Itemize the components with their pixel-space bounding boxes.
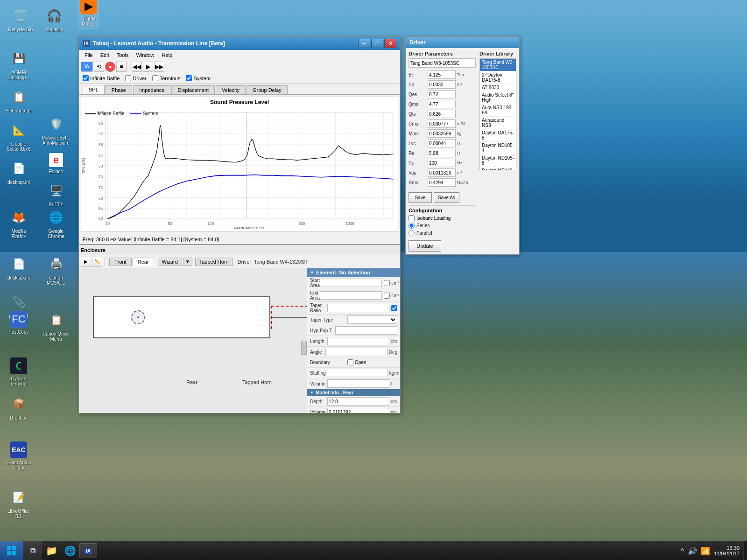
desktop-icon-moode[interactable]: ▶ JRiPBMoO...: [78, 0, 99, 29]
menu-help[interactable]: Help: [158, 51, 176, 59]
library-item-7[interactable]: Dayton ND105-8: [480, 154, 516, 167]
desktop-icon-audacity[interactable]: 🎧 Audacity: [37, 4, 71, 35]
ep-end-area-input[interactable]: [320, 291, 382, 300]
ep-end-area-checkbox[interactable]: [384, 293, 390, 299]
dp-bl-input[interactable]: [428, 70, 456, 79]
dp-qts-input[interactable]: [428, 110, 456, 118]
dp-qes-input[interactable]: [428, 90, 456, 98]
library-item-3[interactable]: Aura NS3-193-8A: [480, 104, 516, 117]
ep-taper-type-select[interactable]: [347, 315, 397, 324]
config-series-radio[interactable]: [409, 223, 415, 229]
cb-infinite-baffle-input[interactable]: [83, 75, 89, 81]
ep-start-area-checkbox[interactable]: [384, 280, 390, 286]
toolbar-btn-play[interactable]: ▶: [143, 62, 153, 72]
toolbar-btn-stop[interactable]: ■: [116, 62, 127, 72]
tray-network-icon[interactable]: 📶: [701, 546, 710, 555]
update-button[interactable]: Update: [409, 240, 441, 252]
enc-tapped-horn-btn[interactable]: Tapped Horn: [195, 258, 233, 266]
toolbar-btn-record[interactable]: ●: [105, 62, 115, 72]
ep-taper-ratio-input[interactable]: [327, 304, 389, 312]
dp-qms-input[interactable]: [428, 100, 456, 108]
ep-volume-m3-input[interactable]: [327, 408, 389, 413]
maximize-button[interactable]: □: [371, 39, 383, 48]
enc-toolbar-btn-1[interactable]: ▶: [81, 257, 91, 267]
library-item-tang-band[interactable]: Tang Band W3-1053SC: [480, 59, 516, 71]
dp-vas-input[interactable]: [428, 168, 456, 177]
desktop-icon-canon[interactable]: 🖨️ CanonMG5/U...: [37, 252, 75, 288]
taskbar-task-view[interactable]: ⧉: [23, 541, 42, 560]
library-item-1[interactable]: AT-8030: [480, 84, 516, 91]
enc-tab-rear[interactable]: Rear: [133, 258, 154, 266]
taskbar-browser[interactable]: 🌐: [61, 541, 79, 560]
resize-handle[interactable]: ⋮: [301, 341, 307, 355]
enc-wizard-btn[interactable]: Wizard: [158, 258, 182, 266]
minimize-button[interactable]: ─: [358, 39, 370, 48]
cb-terminus-input[interactable]: [152, 75, 158, 81]
ep-volume-input[interactable]: [327, 379, 389, 388]
desktop-icon-canon-quick[interactable]: 📋 Canon QuickMenu: [37, 308, 75, 344]
menu-file[interactable]: File: [81, 51, 97, 59]
desktop-icon-aomei[interactable]: 💾 AOMEIBackupp...: [0, 47, 37, 83]
dp-cms-input[interactable]: [428, 119, 456, 128]
tab-velocity[interactable]: Velocity: [216, 85, 246, 94]
ep-angle-input[interactable]: [325, 348, 388, 356]
enclosure-diagram[interactable]: Rear Tapped Horn ⋮: [79, 268, 307, 413]
desktop-icon-chrome[interactable]: 🌐 GoogleChrome: [37, 205, 75, 242]
toolbar-btn-prev[interactable]: ◀◀: [132, 62, 142, 72]
enc-wizard-dropdown[interactable]: ▼: [183, 258, 192, 266]
dp-rms-input[interactable]: [428, 178, 456, 187]
desktop-icon-cygwin[interactable]: C CygwinTerminal: [0, 355, 37, 389]
ep-boundary-checkbox[interactable]: [347, 359, 353, 365]
desktop-icon-google-sketchup[interactable]: 📐 GoogleSketchUp 8: [0, 118, 37, 154]
taskbar-start-button[interactable]: [0, 541, 23, 560]
desktop-icon-eac[interactable]: EAC Exact AudioCopy: [0, 439, 37, 473]
ep-length-input[interactable]: [327, 337, 389, 345]
desktop-icon-malwarebytes[interactable]: 🛡️ MalwareByt...Anti-Malware: [37, 112, 75, 148]
driver-library-list[interactable]: Tang Band W3-1053SC 2PDayton DA175-8 AT-…: [479, 58, 516, 170]
toolbar-btn-2[interactable]: ⟲: [94, 62, 104, 72]
ep-taper-ratio-checkbox[interactable]: [391, 305, 397, 311]
tab-group-delay[interactable]: Group Delay: [247, 85, 288, 94]
desktop-icon-dropbox[interactable]: 📦 Dropbox: [0, 392, 37, 423]
ep-hyp-exp-input[interactable]: [335, 326, 397, 335]
menu-window[interactable]: Window: [132, 51, 158, 59]
desktop-icon-sdformatter[interactable]: 📋 SDFormatter: [0, 85, 37, 116]
menu-tools[interactable]: Tools: [113, 51, 133, 59]
ep-stuffing-input[interactable]: [326, 369, 388, 377]
cb-driver-input[interactable]: [125, 75, 131, 81]
desktop-icon-recycle-bin[interactable]: 🗑️ Recycle Bin: [4, 4, 37, 35]
tab-impedance[interactable]: Impedance: [133, 85, 170, 94]
desktop-icon-fastcopy[interactable]: FC FastCopy: [0, 308, 37, 344]
desktop-icon-libreoffice[interactable]: 📝 LibreOffice5.1: [0, 485, 37, 522]
enc-tab-front[interactable]: Front: [109, 258, 132, 266]
menu-edit[interactable]: Edit: [97, 51, 113, 59]
dp-sd-input[interactable]: [428, 80, 456, 89]
taskbar-item-tabaq[interactable]: IA: [79, 543, 97, 558]
tray-speaker-icon[interactable]: 🔊: [688, 546, 697, 555]
toolbar-btn-next[interactable]: ▶▶: [154, 62, 164, 72]
toolbar-btn-1[interactable]: IA: [81, 62, 93, 72]
library-item-5[interactable]: Dayton DA175-8: [480, 129, 516, 142]
library-item-0[interactable]: 2PDayton DA175-8: [480, 71, 516, 84]
cb-system-input[interactable]: [186, 75, 192, 81]
desktop-icon-evinco[interactable]: e Evinco: [37, 150, 75, 177]
dp-re-input[interactable]: [428, 149, 456, 157]
taskbar-show-desktop[interactable]: [743, 541, 747, 560]
tab-phase[interactable]: Phase: [106, 85, 132, 94]
dp-fs-input[interactable]: [428, 159, 456, 167]
dp-mms-input[interactable]: [428, 129, 456, 138]
library-item-2[interactable]: Audio Select 8" High: [480, 91, 516, 104]
enc-toolbar-btn-2[interactable]: ✏️: [92, 257, 102, 267]
config-parallel-radio[interactable]: [409, 230, 415, 236]
desktop-icon-desktop-ini[interactable]: 📄 desktop.ini: [0, 156, 37, 188]
tab-displacement[interactable]: Displacement: [171, 85, 215, 94]
close-button[interactable]: ✕: [384, 39, 396, 48]
library-item-6[interactable]: Dayton ND105-4: [480, 142, 516, 154]
driver-band-input[interactable]: [409, 58, 476, 68]
library-item-4[interactable]: Aurasound NS3: [480, 117, 516, 129]
taskbar-clock[interactable]: 16:30 11/04/2017: [714, 545, 743, 556]
config-isobaric-checkbox[interactable]: [409, 215, 415, 221]
tray-arrow-icon[interactable]: ^: [681, 547, 684, 554]
tab-spl[interactable]: SPL: [83, 85, 105, 94]
save-as-button[interactable]: Save As: [434, 192, 459, 203]
